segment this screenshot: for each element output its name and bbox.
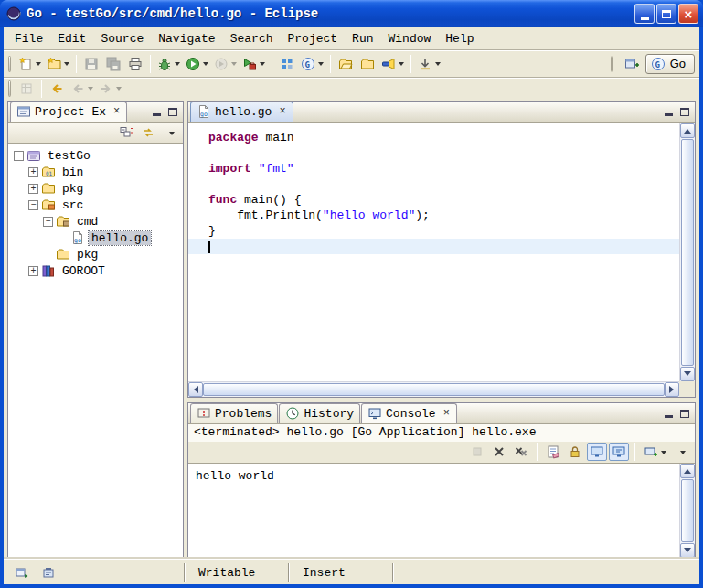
maximize-icon	[680, 108, 689, 116]
menu-item-window[interactable]: Window	[381, 30, 439, 48]
menu-item-help[interactable]: Help	[438, 30, 481, 48]
console-output-area[interactable]: hello world	[188, 463, 695, 558]
mark-occurrences-button[interactable]	[16, 80, 37, 98]
view-maximize-button[interactable]	[676, 104, 693, 119]
tree-item-pkg[interactable]: +pkg	[10, 180, 183, 197]
tab-project-explorer[interactable]: Project Ex ×	[10, 102, 127, 122]
tab-history[interactable]: History	[279, 403, 360, 423]
dropdown-arrow-icon	[231, 62, 237, 69]
open-perspective-button[interactable]	[621, 53, 643, 75]
view-menu-button[interactable]	[160, 123, 180, 142]
scrollbar-thumb[interactable]	[203, 383, 665, 396]
fast-view-button[interactable]	[12, 563, 32, 582]
toolbar-grip[interactable]	[611, 56, 613, 72]
save-all-button[interactable]	[102, 53, 124, 75]
clear-console-button[interactable]	[543, 443, 563, 461]
scroll-right-button[interactable]	[665, 382, 679, 397]
collapse-toggle-icon[interactable]: −	[28, 200, 38, 210]
console-vertical-scrollbar[interactable]	[679, 464, 695, 558]
collapse-all-button[interactable]	[116, 123, 136, 142]
collapse-toggle-icon[interactable]: −	[14, 151, 24, 161]
scrollbar-thumb[interactable]	[681, 139, 694, 366]
debug-button[interactable]	[154, 53, 183, 75]
scroll-up-button[interactable]	[680, 464, 695, 478]
tree-item-bin[interactable]: +01bin	[10, 164, 183, 180]
tree-item-src[interactable]: −src	[10, 197, 183, 213]
tab-hello-go[interactable]: go hello.go ×	[190, 102, 293, 122]
view-maximize-button[interactable]	[676, 406, 693, 421]
code-area[interactable]: package main import "fmt" func main() { …	[188, 123, 679, 381]
garbage-collect-button[interactable]	[38, 563, 59, 582]
code-editor[interactable]: package main import "fmt" func main() { …	[188, 123, 695, 397]
terminate-button[interactable]	[467, 443, 487, 461]
expand-toggle-icon[interactable]: +	[28, 184, 38, 194]
console-view-menu-button[interactable]	[671, 443, 691, 461]
new-go-element-button[interactable]	[44, 53, 72, 75]
menu-item-navigate[interactable]: Navigate	[151, 30, 222, 48]
view-maximize-button[interactable]	[165, 104, 181, 119]
open-resource-button[interactable]	[357, 53, 378, 75]
go-tools-button[interactable]: G	[298, 53, 326, 75]
scrollbar-thumb[interactable]	[681, 479, 694, 542]
new-go-project-button[interactable]	[276, 53, 298, 75]
editor-horizontal-scrollbar[interactable]	[188, 381, 679, 397]
search-button[interactable]	[378, 53, 407, 75]
profile-button[interactable]	[211, 53, 240, 75]
scroll-down-button[interactable]	[680, 543, 695, 558]
link-with-editor-button[interactable]	[138, 123, 158, 142]
toolbar-grip[interactable]	[8, 56, 11, 72]
tree-item-cmd[interactable]: −cmd	[10, 213, 183, 230]
print-button[interactable]	[124, 53, 146, 75]
pin-console-button[interactable]	[587, 443, 607, 461]
view-minimize-button[interactable]	[148, 104, 165, 119]
editor-vertical-scrollbar[interactable]	[679, 123, 695, 381]
last-edit-location-button[interactable]	[46, 80, 68, 98]
menu-item-edit[interactable]: Edit	[50, 30, 93, 48]
code-token: main	[259, 131, 294, 144]
close-icon[interactable]: ×	[442, 409, 451, 418]
back-button[interactable]	[68, 80, 96, 98]
scroll-down-button[interactable]	[680, 367, 695, 381]
close-button[interactable]: ×	[678, 4, 698, 24]
open-type-button[interactable]	[335, 53, 357, 75]
expand-toggle-icon[interactable]: +	[28, 266, 38, 276]
display-selected-console-button[interactable]	[609, 443, 629, 461]
open-console-button[interactable]	[641, 443, 669, 461]
scroll-lock-button[interactable]	[565, 443, 585, 461]
external-tools-button[interactable]	[240, 53, 268, 75]
menu-item-source[interactable]: Source	[93, 30, 151, 48]
tab-console[interactable]: Console ×	[361, 403, 457, 423]
new-wizard-button[interactable]	[16, 53, 44, 75]
perspective-go-button[interactable]: G Go	[645, 54, 695, 74]
expand-toggle-icon[interactable]: +	[28, 167, 38, 177]
toolbar-separator	[537, 443, 538, 461]
collapse-all-icon	[119, 125, 133, 140]
save-button[interactable]	[80, 53, 102, 75]
scroll-left-button[interactable]	[188, 382, 203, 397]
tree-item-pkg[interactable]: pkg	[10, 246, 183, 262]
view-minimize-button[interactable]	[660, 104, 676, 119]
run-button[interactable]	[183, 53, 211, 75]
menu-item-search[interactable]: Search	[223, 30, 281, 48]
menu-item-project[interactable]: Project	[280, 30, 345, 48]
tab-problems[interactable]: Problems	[190, 403, 278, 423]
maximize-button[interactable]	[656, 4, 676, 24]
close-icon[interactable]: ×	[278, 107, 286, 116]
next-annotation-button[interactable]	[415, 53, 443, 75]
collapse-toggle-icon[interactable]: −	[43, 217, 53, 227]
menu-item-run[interactable]: Run	[345, 30, 380, 48]
titlebar[interactable]: Go - testGo/src/cmd/hello.go - Eclipse ×	[0, 0, 703, 27]
minimize-button[interactable]	[634, 4, 655, 24]
remove-all-terminated-button[interactable]	[511, 443, 531, 461]
menu-item-file[interactable]: File	[7, 30, 50, 48]
tree-item-testGo[interactable]: −testGo	[10, 147, 183, 164]
forward-button[interactable]	[96, 80, 124, 98]
scroll-up-button[interactable]	[680, 123, 695, 138]
close-icon[interactable]: ×	[112, 107, 121, 116]
view-minimize-button[interactable]	[660, 406, 676, 421]
tree-item-GOROOT[interactable]: +GOROOT	[10, 262, 183, 279]
remove-launch-button[interactable]	[489, 443, 509, 461]
toolbar-grip[interactable]	[8, 80, 11, 97]
tree-item-hello.go[interactable]: gohello.go	[10, 230, 183, 246]
project-tree[interactable]: −testGo+01bin+pkg−src−cmdgohello.gopkg+G…	[8, 143, 183, 558]
